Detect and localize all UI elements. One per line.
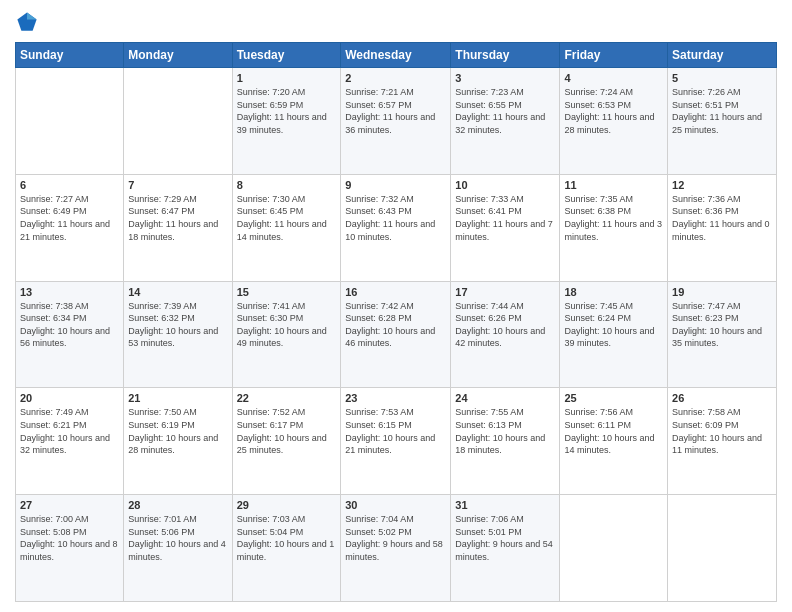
day-cell: 15Sunrise: 7:41 AM Sunset: 6:30 PM Dayli… <box>232 281 341 388</box>
day-info: Sunrise: 7:00 AM Sunset: 5:08 PM Dayligh… <box>20 513 119 563</box>
day-number: 2 <box>345 72 446 84</box>
day-cell: 31Sunrise: 7:06 AM Sunset: 5:01 PM Dayli… <box>451 495 560 602</box>
day-number: 13 <box>20 286 119 298</box>
day-cell: 4Sunrise: 7:24 AM Sunset: 6:53 PM Daylig… <box>560 68 668 175</box>
day-cell: 23Sunrise: 7:53 AM Sunset: 6:15 PM Dayli… <box>341 388 451 495</box>
day-cell: 29Sunrise: 7:03 AM Sunset: 5:04 PM Dayli… <box>232 495 341 602</box>
day-number: 15 <box>237 286 337 298</box>
day-number: 20 <box>20 392 119 404</box>
day-number: 6 <box>20 179 119 191</box>
logo-icon <box>15 10 39 34</box>
week-row-1: 1Sunrise: 7:20 AM Sunset: 6:59 PM Daylig… <box>16 68 777 175</box>
day-cell: 2Sunrise: 7:21 AM Sunset: 6:57 PM Daylig… <box>341 68 451 175</box>
day-number: 9 <box>345 179 446 191</box>
day-info: Sunrise: 7:33 AM Sunset: 6:41 PM Dayligh… <box>455 193 555 243</box>
day-info: Sunrise: 7:04 AM Sunset: 5:02 PM Dayligh… <box>345 513 446 563</box>
day-cell <box>560 495 668 602</box>
day-cell: 11Sunrise: 7:35 AM Sunset: 6:38 PM Dayli… <box>560 174 668 281</box>
day-info: Sunrise: 7:21 AM Sunset: 6:57 PM Dayligh… <box>345 86 446 136</box>
day-info: Sunrise: 7:01 AM Sunset: 5:06 PM Dayligh… <box>128 513 227 563</box>
day-cell: 7Sunrise: 7:29 AM Sunset: 6:47 PM Daylig… <box>124 174 232 281</box>
day-number: 14 <box>128 286 227 298</box>
day-info: Sunrise: 7:58 AM Sunset: 6:09 PM Dayligh… <box>672 406 772 456</box>
day-info: Sunrise: 7:32 AM Sunset: 6:43 PM Dayligh… <box>345 193 446 243</box>
day-cell: 28Sunrise: 7:01 AM Sunset: 5:06 PM Dayli… <box>124 495 232 602</box>
day-info: Sunrise: 7:06 AM Sunset: 5:01 PM Dayligh… <box>455 513 555 563</box>
day-info: Sunrise: 7:24 AM Sunset: 6:53 PM Dayligh… <box>564 86 663 136</box>
day-info: Sunrise: 7:26 AM Sunset: 6:51 PM Dayligh… <box>672 86 772 136</box>
day-number: 3 <box>455 72 555 84</box>
svg-marker-1 <box>27 12 37 19</box>
day-info: Sunrise: 7:41 AM Sunset: 6:30 PM Dayligh… <box>237 300 337 350</box>
day-number: 18 <box>564 286 663 298</box>
header-day-wednesday: Wednesday <box>341 43 451 68</box>
header-row: SundayMondayTuesdayWednesdayThursdayFrid… <box>16 43 777 68</box>
day-cell: 16Sunrise: 7:42 AM Sunset: 6:28 PM Dayli… <box>341 281 451 388</box>
day-cell: 12Sunrise: 7:36 AM Sunset: 6:36 PM Dayli… <box>668 174 777 281</box>
day-cell: 19Sunrise: 7:47 AM Sunset: 6:23 PM Dayli… <box>668 281 777 388</box>
header-day-monday: Monday <box>124 43 232 68</box>
header-day-friday: Friday <box>560 43 668 68</box>
day-info: Sunrise: 7:50 AM Sunset: 6:19 PM Dayligh… <box>128 406 227 456</box>
day-cell: 26Sunrise: 7:58 AM Sunset: 6:09 PM Dayli… <box>668 388 777 495</box>
day-info: Sunrise: 7:30 AM Sunset: 6:45 PM Dayligh… <box>237 193 337 243</box>
day-info: Sunrise: 7:53 AM Sunset: 6:15 PM Dayligh… <box>345 406 446 456</box>
logo <box>15 10 43 34</box>
day-info: Sunrise: 7:49 AM Sunset: 6:21 PM Dayligh… <box>20 406 119 456</box>
day-cell: 10Sunrise: 7:33 AM Sunset: 6:41 PM Dayli… <box>451 174 560 281</box>
day-info: Sunrise: 7:35 AM Sunset: 6:38 PM Dayligh… <box>564 193 663 243</box>
day-info: Sunrise: 7:27 AM Sunset: 6:49 PM Dayligh… <box>20 193 119 243</box>
calendar-header: SundayMondayTuesdayWednesdayThursdayFrid… <box>16 43 777 68</box>
day-cell: 24Sunrise: 7:55 AM Sunset: 6:13 PM Dayli… <box>451 388 560 495</box>
day-cell: 30Sunrise: 7:04 AM Sunset: 5:02 PM Dayli… <box>341 495 451 602</box>
day-cell: 6Sunrise: 7:27 AM Sunset: 6:49 PM Daylig… <box>16 174 124 281</box>
day-number: 7 <box>128 179 227 191</box>
day-info: Sunrise: 7:56 AM Sunset: 6:11 PM Dayligh… <box>564 406 663 456</box>
day-number: 27 <box>20 499 119 511</box>
day-info: Sunrise: 7:20 AM Sunset: 6:59 PM Dayligh… <box>237 86 337 136</box>
calendar-body: 1Sunrise: 7:20 AM Sunset: 6:59 PM Daylig… <box>16 68 777 602</box>
header-day-thursday: Thursday <box>451 43 560 68</box>
day-number: 12 <box>672 179 772 191</box>
day-info: Sunrise: 7:29 AM Sunset: 6:47 PM Dayligh… <box>128 193 227 243</box>
day-info: Sunrise: 7:45 AM Sunset: 6:24 PM Dayligh… <box>564 300 663 350</box>
day-number: 30 <box>345 499 446 511</box>
day-cell: 22Sunrise: 7:52 AM Sunset: 6:17 PM Dayli… <box>232 388 341 495</box>
day-number: 26 <box>672 392 772 404</box>
day-number: 22 <box>237 392 337 404</box>
calendar-table: SundayMondayTuesdayWednesdayThursdayFrid… <box>15 42 777 602</box>
page: SundayMondayTuesdayWednesdayThursdayFrid… <box>0 0 792 612</box>
day-cell: 25Sunrise: 7:56 AM Sunset: 6:11 PM Dayli… <box>560 388 668 495</box>
day-info: Sunrise: 7:39 AM Sunset: 6:32 PM Dayligh… <box>128 300 227 350</box>
day-cell <box>16 68 124 175</box>
day-cell: 5Sunrise: 7:26 AM Sunset: 6:51 PM Daylig… <box>668 68 777 175</box>
day-number: 21 <box>128 392 227 404</box>
day-info: Sunrise: 7:38 AM Sunset: 6:34 PM Dayligh… <box>20 300 119 350</box>
header-day-sunday: Sunday <box>16 43 124 68</box>
week-row-3: 13Sunrise: 7:38 AM Sunset: 6:34 PM Dayli… <box>16 281 777 388</box>
day-number: 10 <box>455 179 555 191</box>
day-cell: 27Sunrise: 7:00 AM Sunset: 5:08 PM Dayli… <box>16 495 124 602</box>
day-info: Sunrise: 7:55 AM Sunset: 6:13 PM Dayligh… <box>455 406 555 456</box>
week-row-5: 27Sunrise: 7:00 AM Sunset: 5:08 PM Dayli… <box>16 495 777 602</box>
day-number: 19 <box>672 286 772 298</box>
day-cell: 14Sunrise: 7:39 AM Sunset: 6:32 PM Dayli… <box>124 281 232 388</box>
day-number: 23 <box>345 392 446 404</box>
week-row-4: 20Sunrise: 7:49 AM Sunset: 6:21 PM Dayli… <box>16 388 777 495</box>
day-number: 8 <box>237 179 337 191</box>
day-info: Sunrise: 7:03 AM Sunset: 5:04 PM Dayligh… <box>237 513 337 563</box>
day-cell: 1Sunrise: 7:20 AM Sunset: 6:59 PM Daylig… <box>232 68 341 175</box>
day-cell: 3Sunrise: 7:23 AM Sunset: 6:55 PM Daylig… <box>451 68 560 175</box>
header-day-saturday: Saturday <box>668 43 777 68</box>
day-number: 5 <box>672 72 772 84</box>
day-number: 11 <box>564 179 663 191</box>
day-cell <box>124 68 232 175</box>
day-cell <box>668 495 777 602</box>
day-number: 1 <box>237 72 337 84</box>
day-info: Sunrise: 7:42 AM Sunset: 6:28 PM Dayligh… <box>345 300 446 350</box>
day-number: 16 <box>345 286 446 298</box>
day-number: 28 <box>128 499 227 511</box>
day-info: Sunrise: 7:36 AM Sunset: 6:36 PM Dayligh… <box>672 193 772 243</box>
day-cell: 18Sunrise: 7:45 AM Sunset: 6:24 PM Dayli… <box>560 281 668 388</box>
day-number: 29 <box>237 499 337 511</box>
